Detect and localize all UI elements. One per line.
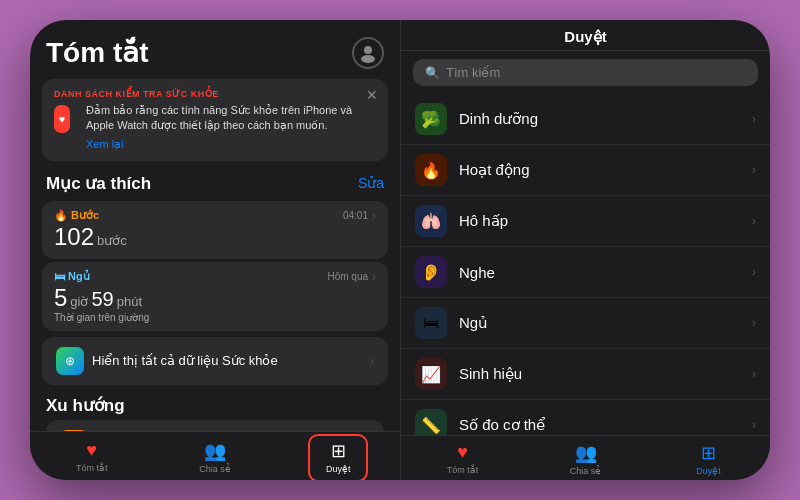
search-placeholder: Tìm kiếm	[446, 65, 500, 80]
search-icon: 🔍	[425, 66, 440, 80]
search-bar[interactable]: 🔍 Tìm kiếm	[413, 59, 758, 86]
sleep-sub: Thời gian trên giường	[54, 312, 376, 323]
sleep-minutes: 59	[91, 288, 113, 311]
health-icon: ♥	[54, 105, 70, 133]
menu-chevron-1: ›	[752, 163, 756, 177]
menu-item-dinh-dưỡng[interactable]: 🥦Dinh dưỡng›	[401, 94, 770, 145]
menu-label-1: Hoạt động	[459, 161, 752, 179]
nav-item-tomtat[interactable]: ♥ Tóm tắt	[30, 438, 153, 476]
menu-list: 🥦Dinh dưỡng›🔥Hoạt động›🫁Hô hấp›👂Nghe›🛏Ng…	[401, 94, 770, 435]
nav-item-chiase[interactable]: 👥 Chia sẻ	[153, 438, 276, 476]
close-icon[interactable]: ✕	[366, 87, 378, 103]
r-nav-tomtat[interactable]: ♥ Tóm tắt	[401, 442, 524, 476]
steps-chevron: ›	[372, 209, 376, 223]
right-bottom-nav: ♥ Tóm tắt 👥 Chia sẻ ⊞ Duyệt	[401, 435, 770, 480]
menu-icon-1: 🔥	[415, 154, 447, 186]
sleep-label: 🛏 Ngủ	[54, 270, 90, 283]
sleep-hours: 5	[54, 284, 67, 312]
svg-point-1	[361, 55, 375, 63]
avatar[interactable]	[352, 37, 384, 69]
menu-icon-5: 📈	[415, 358, 447, 390]
nav-item-duyet[interactable]: ⊞ Duyệt	[277, 438, 400, 476]
health-check-link[interactable]: Xem lại	[86, 138, 376, 151]
svg-point-0	[364, 46, 372, 54]
sleep-chevron: ›	[372, 270, 376, 284]
trends-title: Xu hướng	[46, 395, 384, 416]
menu-item-số-đo-cơ-thể[interactable]: 📏Số đo cơ thể›	[401, 400, 770, 435]
sleep-card[interactable]: 🛏 Ngủ Hôm qua › 5 giờ 59 phút Thời gian …	[42, 262, 388, 331]
left-bottom-nav: ♥ Tóm tắt 👥 Chia sẻ ⊞ Duyệt	[30, 431, 400, 480]
menu-label-0: Dinh dưỡng	[459, 110, 752, 128]
steps-time: 04:01	[343, 210, 368, 221]
menu-icon-6: 📏	[415, 409, 447, 435]
sleep-minutes-unit: phút	[117, 294, 142, 309]
sleep-hours-unit: giờ	[70, 294, 88, 309]
menu-chevron-3: ›	[752, 265, 756, 279]
menu-chevron-2: ›	[752, 214, 756, 228]
page-title: Tóm tắt	[46, 36, 149, 69]
trends-section: Xu hướng ↗ Hiển thị tất cả xu hướng sức …	[30, 391, 400, 431]
show-all-health-btn[interactable]: ⊕ Hiển thị tất cả dữ liệu Sức khỏe ›	[42, 337, 388, 385]
menu-item-nghe[interactable]: 👂Nghe›	[401, 247, 770, 298]
menu-chevron-0: ›	[752, 112, 756, 126]
menu-item-hô-hấp[interactable]: 🫁Hô hấp›	[401, 196, 770, 247]
r-browse-icon: ⊞	[701, 442, 716, 464]
health-check-text: Đảm bảo rằng các tính năng Sức khỏe trên…	[86, 103, 376, 134]
menu-icon-4: 🛏	[415, 307, 447, 339]
menu-label-5: Sinh hiệu	[459, 365, 752, 383]
menu-icon-2: 🫁	[415, 205, 447, 237]
steps-label: 🔥 Bước	[54, 209, 99, 222]
menu-label-2: Hô hấp	[459, 212, 752, 230]
favorites-title: Mục ưa thích	[46, 173, 151, 194]
r-label-tomtat: Tóm tắt	[447, 465, 479, 475]
health-data-icon: ⊕	[56, 347, 84, 375]
menu-chevron-5: ›	[752, 367, 756, 381]
menu-label-4: Ngủ	[459, 314, 752, 332]
phone-container: Tóm tắt DANH SÁCH KIỂM TRA SỨC KHỎE ✕ ♥ …	[30, 20, 770, 480]
right-panel: Duyệt 🔍 Tìm kiếm 🥦Dinh dưỡng›🔥Hoạt động›…	[400, 20, 770, 480]
r-nav-chiase[interactable]: 👥 Chia sẻ	[524, 442, 647, 476]
nav-label-duyet: Duyệt	[326, 464, 351, 474]
steps-value: 102	[54, 223, 94, 251]
favorites-edit[interactable]: Sửa	[358, 175, 384, 191]
health-check-card: DANH SÁCH KIỂM TRA SỨC KHỎE ✕ ♥ Đảm bảo …	[42, 79, 388, 161]
menu-label-3: Nghe	[459, 264, 752, 281]
trends-btn[interactable]: ↗ Hiển thị tất cả xu hướng sức khỏe ›	[46, 420, 384, 431]
favorites-header: Mục ưa thích Sửa	[30, 169, 400, 198]
menu-label-6: Số đo cơ thể	[459, 416, 752, 434]
nav-label-chiase: Chia sẻ	[199, 464, 231, 474]
menu-item-ngủ[interactable]: 🛏Ngủ›	[401, 298, 770, 349]
r-share-icon: 👥	[575, 442, 597, 464]
menu-icon-3: 👂	[415, 256, 447, 288]
show-all-chevron: ›	[370, 354, 374, 368]
nav-label-tomtat: Tóm tắt	[76, 463, 108, 473]
steps-card[interactable]: 🔥 Bước 04:01 › 102 bước	[42, 201, 388, 259]
right-header: Duyệt	[401, 20, 770, 51]
menu-chevron-4: ›	[752, 316, 756, 330]
menu-icon-0: 🥦	[415, 103, 447, 135]
r-label-duyet: Duyệt	[696, 466, 721, 476]
sleep-time: Hôm qua	[327, 271, 368, 282]
r-heart-icon: ♥	[457, 442, 468, 463]
r-nav-duyet[interactable]: ⊞ Duyệt	[647, 442, 770, 476]
browse-nav-icon: ⊞	[331, 440, 346, 462]
steps-unit: bước	[97, 233, 127, 248]
health-check-label: DANH SÁCH KIỂM TRA SỨC KHỎE	[54, 89, 376, 99]
left-panel: Tóm tắt DANH SÁCH KIỂM TRA SỨC KHỎE ✕ ♥ …	[30, 20, 400, 480]
left-header: Tóm tắt	[30, 20, 400, 75]
share-nav-icon: 👥	[204, 440, 226, 462]
r-label-chiase: Chia sẻ	[570, 466, 602, 476]
svg-text:⊕: ⊕	[65, 354, 75, 368]
menu-item-hoạt-động[interactable]: 🔥Hoạt động›	[401, 145, 770, 196]
menu-item-sinh-hiệu[interactable]: 📈Sinh hiệu›	[401, 349, 770, 400]
svg-text:♥: ♥	[59, 113, 66, 125]
show-all-label: Hiển thị tất cả dữ liệu Sức khỏe	[92, 353, 278, 368]
menu-chevron-6: ›	[752, 418, 756, 432]
heart-nav-icon: ♥	[86, 440, 97, 461]
